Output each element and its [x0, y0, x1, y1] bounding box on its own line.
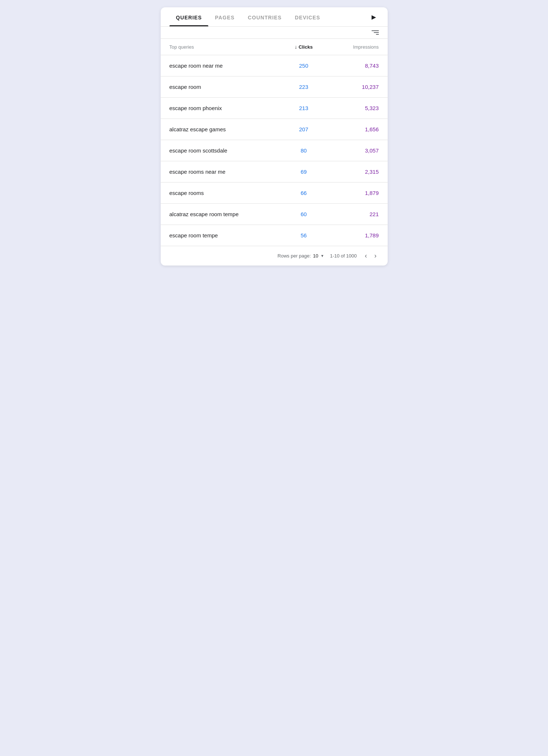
table-row: escape room phoenix2135,323 [161, 98, 388, 119]
filter-line-2 [374, 32, 379, 33]
row-clicks-value: 69 [280, 169, 328, 175]
rows-per-page-value[interactable]: 10 [313, 253, 318, 259]
row-impressions-value: 1,789 [328, 232, 379, 238]
pagination-range: 1-10 of 1000 [330, 253, 357, 259]
filter-row [161, 27, 388, 39]
row-query-text: escape room scottsdale [169, 147, 280, 154]
row-clicks-value: 250 [280, 63, 328, 69]
row-impressions-value: 1,879 [328, 190, 379, 196]
row-query-text: escape room tempe [169, 232, 280, 239]
sort-down-arrow: ↓ [295, 44, 297, 50]
filter-icon[interactable] [372, 30, 379, 35]
row-clicks-value: 56 [280, 232, 328, 238]
table-row: alcatraz escape games2071,656 [161, 119, 388, 140]
clicks-header-label: Clicks [299, 44, 313, 50]
column-header-clicks[interactable]: ↓ Clicks [280, 44, 328, 50]
row-impressions-value: 2,315 [328, 169, 379, 175]
rows-per-page-control: Rows per page: 10 ▼ [277, 253, 324, 259]
row-impressions-value: 221 [328, 211, 379, 217]
row-query-text: escape rooms near me [169, 168, 280, 176]
table-header: Top queries ↓ Clicks Impressions [161, 39, 388, 55]
table-row: alcatraz escape room tempe60221 [161, 204, 388, 225]
row-clicks-value: 60 [280, 211, 328, 217]
table-row: escape rooms near me692,315 [161, 161, 388, 183]
table-row: escape room22310,237 [161, 76, 388, 98]
filter-line-3 [376, 34, 379, 35]
tab-queries[interactable]: QUERIES [169, 7, 209, 26]
row-query-text: escape room near me [169, 62, 280, 69]
tab-pages[interactable]: PAGES [208, 7, 241, 26]
row-clicks-value: 223 [280, 84, 328, 90]
tab-countries[interactable]: COUNTRIES [241, 7, 288, 26]
row-clicks-value: 207 [280, 126, 328, 132]
row-clicks-value: 80 [280, 147, 328, 154]
row-impressions-value: 5,323 [328, 105, 379, 111]
row-query-text: escape room phoenix [169, 104, 280, 112]
tab-bar: QUERIES PAGES COUNTRIES DEVICES ▶ [161, 7, 388, 27]
pagination-bar: Rows per page: 10 ▼ 1-10 of 1000 ‹ › [161, 246, 388, 266]
table-row: escape room tempe561,789 [161, 225, 388, 246]
row-query-text: escape rooms [169, 189, 280, 197]
tabs-more-arrow[interactable]: ▶ [369, 11, 379, 23]
rows-per-page-label: Rows per page: [277, 253, 311, 259]
row-query-text: escape room [169, 83, 280, 91]
main-card: QUERIES PAGES COUNTRIES DEVICES ▶ Top qu… [161, 7, 388, 266]
table-row: escape rooms661,879 [161, 183, 388, 204]
row-query-text: alcatraz escape room tempe [169, 210, 280, 218]
row-clicks-value: 213 [280, 105, 328, 111]
filter-line-1 [372, 30, 379, 31]
tab-devices[interactable]: DEVICES [288, 7, 327, 26]
column-header-query: Top queries [169, 44, 280, 50]
table-row: escape room near me2508,743 [161, 55, 388, 76]
row-impressions-value: 3,057 [328, 147, 379, 154]
row-impressions-value: 1,656 [328, 126, 379, 132]
row-impressions-value: 10,237 [328, 84, 379, 90]
pagination-nav: ‹ › [363, 251, 379, 260]
rows-dropdown-arrow[interactable]: ▼ [321, 254, 324, 258]
column-header-impressions[interactable]: Impressions [328, 44, 379, 50]
prev-page-button[interactable]: ‹ [363, 251, 369, 260]
table-row: escape room scottsdale803,057 [161, 140, 388, 161]
row-clicks-value: 66 [280, 190, 328, 196]
row-impressions-value: 8,743 [328, 63, 379, 69]
row-query-text: alcatraz escape games [169, 125, 280, 133]
next-page-button[interactable]: › [372, 251, 379, 260]
table-body: escape room near me2508,743escape room22… [161, 55, 388, 246]
